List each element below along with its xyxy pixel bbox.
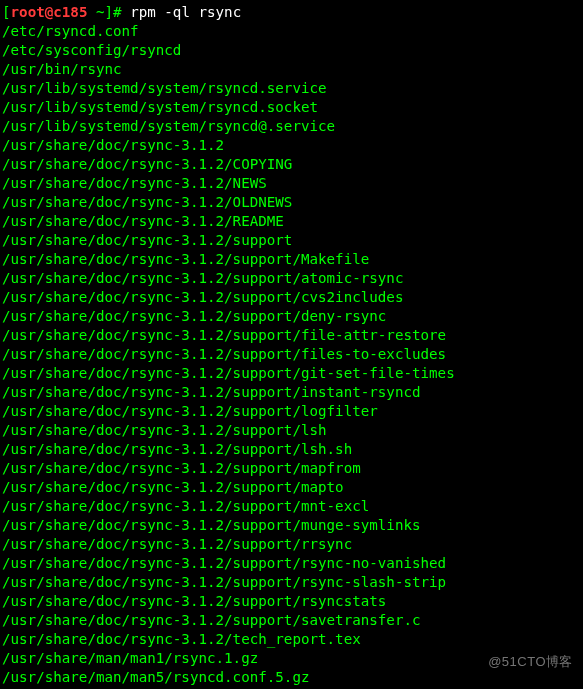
prompt-hash: # (113, 4, 130, 20)
output-line: /usr/share/doc/rsync-3.1.2/support/mapfr… (2, 459, 581, 478)
output-line: /usr/share/doc/rsync-3.1.2/tech_report.t… (2, 630, 581, 649)
prompt-user-host: root@c185 (11, 4, 88, 20)
output-line: /usr/share/doc/rsync-3.1.2/support/cvs2i… (2, 288, 581, 307)
terminal-window[interactable]: [root@c185 ~]# rpm -ql rsync /etc/rsyncd… (0, 0, 583, 689)
output-line: /usr/share/doc/rsync-3.1.2/support/rsync… (2, 573, 581, 592)
output-line: /usr/share/doc/rsync-3.1.2/support/rsync… (2, 554, 581, 573)
output-line: /etc/rsyncd.conf (2, 22, 581, 41)
output-line: /usr/share/doc/rsync-3.1.2/support/lsh.s… (2, 440, 581, 459)
output-line: /etc/sysconfig/rsyncd (2, 41, 581, 60)
prompt-close-bracket: ] (105, 4, 114, 20)
output-line: /usr/bin/rsync (2, 60, 581, 79)
output-line: /usr/share/doc/rsync-3.1.2/support/files… (2, 345, 581, 364)
output-line: /usr/share/doc/rsync-3.1.2/support/lsh (2, 421, 581, 440)
output-line: /usr/share/doc/rsync-3.1.2/OLDNEWS (2, 193, 581, 212)
output-line: /usr/lib/systemd/system/rsyncd.socket (2, 98, 581, 117)
output-line: /usr/share/doc/rsync-3.1.2/support/rsync… (2, 592, 581, 611)
output-line: /usr/share/doc/rsync-3.1.2/COPYING (2, 155, 581, 174)
output-line: /usr/share/doc/rsync-3.1.2/support/deny-… (2, 307, 581, 326)
prompt-open-bracket: [ (2, 4, 11, 20)
output-line: /usr/share/doc/rsync-3.1.2/support/rrsyn… (2, 535, 581, 554)
output-line: /usr/share/doc/rsync-3.1.2 (2, 136, 581, 155)
output-line: /usr/share/doc/rsync-3.1.2/support/savet… (2, 611, 581, 630)
output-line: /usr/lib/systemd/system/rsyncd.service (2, 79, 581, 98)
output-line: /usr/share/doc/rsync-3.1.2/support/mnt-e… (2, 497, 581, 516)
output-line: /usr/share/doc/rsync-3.1.2/support/munge… (2, 516, 581, 535)
prompt-line: [root@c185 ~]# rpm -ql rsync (2, 3, 581, 22)
output-line: /usr/lib/systemd/system/rsyncd@.service (2, 117, 581, 136)
output-line: /usr/share/doc/rsync-3.1.2/support/atomi… (2, 269, 581, 288)
prompt-cwd: ~ (87, 4, 104, 20)
command-text: rpm -ql rsync (130, 4, 241, 20)
output-line: /usr/share/doc/rsync-3.1.2/support/git-s… (2, 364, 581, 383)
output-line: /usr/share/doc/rsync-3.1.2/support (2, 231, 581, 250)
output-line: /usr/share/doc/rsync-3.1.2/README (2, 212, 581, 231)
watermark-text: @51CTO博客 (488, 652, 573, 671)
output-line: /usr/share/doc/rsync-3.1.2/support/insta… (2, 383, 581, 402)
output-line: /usr/share/doc/rsync-3.1.2/support/file-… (2, 326, 581, 345)
output-line: /usr/share/doc/rsync-3.1.2/support/logfi… (2, 402, 581, 421)
output-line: /usr/share/doc/rsync-3.1.2/support/mapto (2, 478, 581, 497)
output-line: /usr/share/doc/rsync-3.1.2/NEWS (2, 174, 581, 193)
output-line: /usr/share/doc/rsync-3.1.2/support/Makef… (2, 250, 581, 269)
